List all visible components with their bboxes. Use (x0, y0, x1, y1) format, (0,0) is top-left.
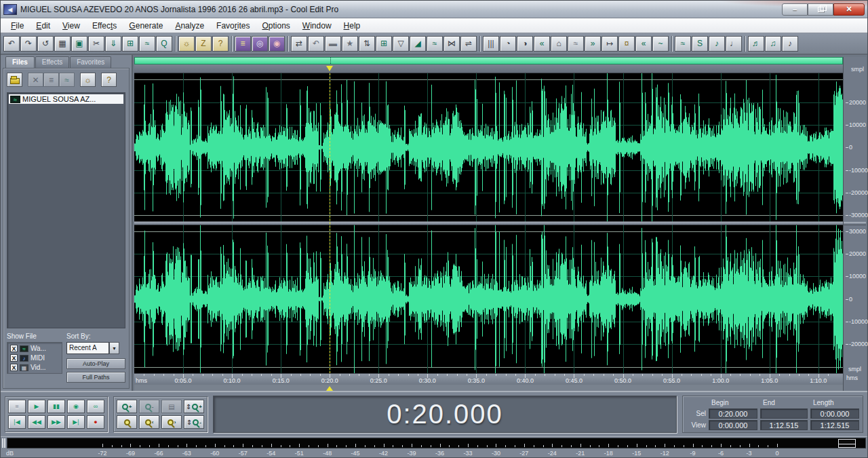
amplitude-ruler-left-channel[interactable]: 20000100000-10000-20000-30000 (844, 73, 866, 222)
minimize-button[interactable]: – (782, 3, 808, 16)
waveform-canvas[interactable] (134, 73, 843, 373)
convert-sample-type-icon[interactable]: ▦ (54, 36, 71, 52)
copy-icon[interactable]: ▣ (71, 36, 87, 52)
tab-files[interactable]: Files (5, 56, 35, 68)
room-reverb-icon[interactable]: ⌂ (551, 36, 567, 52)
batch-scripts-icon[interactable]: ☼ (178, 36, 195, 52)
menu-analyze[interactable]: Analyze (169, 19, 210, 33)
meter-grip[interactable] (2, 438, 5, 448)
file-list[interactable]: ≈MIGUEL SOUSA AZ... (7, 92, 125, 328)
checkbox-midi[interactable]: X (10, 354, 18, 362)
tab-effects[interactable]: Effects (35, 56, 69, 68)
undo-icon[interactable]: ↶ (3, 36, 20, 52)
delay-time-icon[interactable]: ◑ (517, 36, 533, 52)
insert-silence-icon[interactable]: ⊞ (376, 36, 392, 52)
s-curve-icon[interactable]: S (692, 36, 708, 52)
undo-edit-icon[interactable]: ↶ (308, 36, 324, 52)
redo-icon[interactable]: ↷ (20, 36, 37, 52)
rewind-button[interactable]: ◀◀ (28, 415, 45, 429)
go-to-end-button[interactable]: ▶| (67, 415, 85, 429)
panel-help-button[interactable]: ? (101, 73, 117, 87)
notes-run-icon[interactable]: ♬ (748, 36, 764, 52)
notes-scatter-icon[interactable]: ♪ (782, 36, 798, 52)
menu-help[interactable]: Help (338, 19, 367, 33)
reverse-icon[interactable]: ⇌ (460, 36, 477, 52)
record-button[interactable]: ● (87, 415, 104, 429)
amplify-icon[interactable]: ▽ (393, 36, 409, 52)
position-indicator-strip[interactable] (134, 64, 843, 73)
view-length-field[interactable]: 1:12.515 (810, 420, 859, 430)
smooth-waves-icon[interactable]: ≈ (675, 36, 691, 52)
cue-list-icon[interactable]: Q (156, 36, 172, 52)
menu-window[interactable]: Window (296, 19, 338, 33)
menu-file[interactable]: File (5, 19, 30, 33)
close-button[interactable]: ✕ (833, 3, 865, 16)
menu-view[interactable]: View (56, 19, 86, 33)
amplitude-ruler[interactable]: smpl 20000100000-10000-20000-30000 30000… (843, 57, 866, 391)
reverb-icon[interactable]: « (534, 36, 550, 52)
envelope-icon[interactable]: ¤ (618, 36, 635, 52)
note-icon[interactable]: ♩ (726, 36, 742, 52)
playhead-triangle-bottom[interactable] (326, 386, 333, 391)
zoom-selection-right-button[interactable]: › (161, 415, 182, 429)
mix-paste-icon[interactable]: ≈ (139, 36, 155, 52)
restore-button[interactable] (808, 3, 833, 16)
scripts-button[interactable]: ☼ (80, 73, 96, 87)
multitap-delay-icon[interactable]: ||| (483, 36, 499, 52)
cut-icon[interactable]: ✂ (88, 36, 104, 52)
flatten-icon[interactable]: ▬ (325, 36, 341, 52)
normalize-icon[interactable]: ★ (342, 36, 358, 52)
file-list-item[interactable]: ≈MIGUEL SOUSA AZ... (9, 94, 123, 104)
waveform-display[interactable] (134, 73, 843, 373)
stop-button[interactable]: ■ (8, 400, 26, 413)
zoom-in-button[interactable]: + (117, 400, 137, 413)
open-file-button[interactable] (7, 73, 22, 87)
frequency-analysis-icon[interactable]: ◉ (269, 36, 285, 52)
sel-length-field[interactable]: 0:00.000 (810, 408, 859, 419)
pinch-icon[interactable]: ⋈ (443, 36, 460, 52)
help-icon[interactable]: ? (212, 36, 229, 52)
amplitude-ruler-right-channel[interactable]: 3000020000100000-10000-20000smpl (844, 225, 866, 374)
meter-bar[interactable] (7, 438, 866, 449)
tab-favorites[interactable]: Favorites (70, 56, 111, 68)
zoom-selection-left-button[interactable]: ‹ (139, 415, 159, 429)
show-file-midi[interactable]: X♪MIDI (10, 354, 59, 362)
playhead-cursor[interactable] (330, 73, 330, 373)
view-end-field[interactable]: 1:12.515 (760, 420, 808, 430)
pause-button[interactable]: ▮▮ (47, 400, 65, 413)
playhead-triangle-top[interactable] (326, 66, 333, 71)
spectral-view-icon[interactable]: ◎ (252, 36, 268, 52)
sel-begin-field[interactable]: 0:20.000 (709, 408, 757, 419)
waveform-view-icon[interactable]: ≡ (235, 36, 251, 52)
script-collection-icon[interactable]: Z (195, 36, 212, 52)
full-paths-button[interactable]: Full Paths (66, 372, 125, 383)
timeline-ruler[interactable]: 0:05.00:10.00:15.00:20.00:25.00:30.00:35… (134, 373, 843, 385)
checkbox-wave[interactable]: X (10, 345, 18, 352)
overview-bar[interactable] (134, 57, 843, 64)
paste-to-new-icon[interactable]: ⊞ (122, 36, 138, 52)
fade-icon[interactable]: ◢ (410, 36, 426, 52)
dynamics-icon[interactable]: ↦ (601, 36, 618, 52)
menu-favorites[interactable]: Favorites (210, 19, 256, 33)
zoom-to-selection-button[interactable] (117, 415, 137, 429)
loop-button[interactable]: ∞ (87, 400, 104, 413)
menu-options[interactable]: Options (256, 19, 296, 33)
menu-generate[interactable]: Generate (123, 19, 169, 33)
note-mute-icon[interactable]: ♪ (709, 36, 725, 52)
fast-forward-button[interactable]: ▶▶ (47, 415, 65, 429)
paste-icon[interactable]: ⇓ (105, 36, 121, 52)
scrub-icon[interactable]: ⇄ (291, 36, 307, 52)
sel-end-field[interactable] (760, 408, 808, 419)
noise-reduction-icon[interactable]: ≈ (568, 36, 584, 52)
sort-by-dropdown[interactable]: Recent A ▼ (66, 342, 119, 354)
go-to-beginning-button[interactable]: |◀ (8, 415, 26, 429)
show-file-vid[interactable]: X▦Vid... (10, 364, 59, 371)
repeat-last-command-icon[interactable]: ↺ (37, 36, 54, 52)
view-begin-field[interactable]: 0:00.000 (709, 420, 757, 430)
pitch-bend-icon[interactable]: ~ (652, 36, 669, 52)
echo-chamber-icon[interactable]: « (635, 36, 652, 52)
swap-channels-icon[interactable]: ⇅ (359, 36, 375, 52)
stretch-icon[interactable]: ≈ (427, 36, 443, 52)
play-looped-button[interactable]: ◉ (67, 400, 85, 413)
echo-icon[interactable]: » (585, 36, 601, 52)
